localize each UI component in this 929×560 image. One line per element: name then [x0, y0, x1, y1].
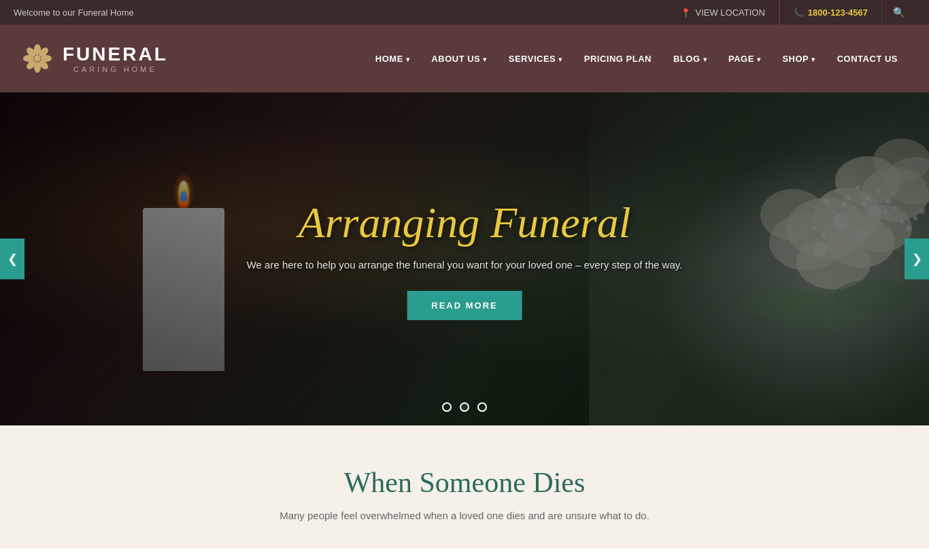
- logo-title: FUNERAL: [63, 43, 168, 65]
- top-bar: Welcome to our Funeral Home VIEW LOCATIO…: [0, 0, 929, 24]
- location-label: VIEW LOCATION: [695, 7, 764, 18]
- view-location-button[interactable]: VIEW LOCATION: [667, 0, 779, 24]
- hero-content: Arranging Funeral We are here to help yo…: [247, 198, 683, 320]
- hero-slider: Arranging Funeral We are here to help yo…: [0, 92, 929, 425]
- chevron-icon: [558, 54, 562, 64]
- slider-dot-1[interactable]: [442, 402, 452, 412]
- logo-text: FUNERAL CARING HOME: [63, 43, 168, 73]
- slider-dots: [442, 402, 487, 412]
- slider-dot-3[interactable]: [477, 402, 487, 412]
- svg-point-0: [34, 55, 41, 62]
- nav-services[interactable]: SERVICES: [498, 47, 573, 71]
- pin-icon: [681, 7, 691, 18]
- nav-blog[interactable]: BLOG: [662, 47, 717, 71]
- chevron-icon: [483, 54, 487, 64]
- logo-icon: [20, 41, 54, 75]
- hero-read-more-button[interactable]: READ MORE: [407, 291, 522, 320]
- chevron-icon: [811, 54, 815, 64]
- header: FUNERAL CARING HOME HOME ABOUT US SERVIC…: [0, 24, 929, 92]
- phone-number: 1800-123-4567: [808, 7, 868, 18]
- slider-dot-2[interactable]: [460, 402, 469, 412]
- when-someone-dies-section: When Someone Dies Many people feel overw…: [0, 425, 929, 548]
- chevron-left-icon: ❮: [7, 251, 18, 266]
- welcome-text: Welcome to our Funeral Home: [14, 7, 134, 18]
- section-title: When Someone Dies: [14, 466, 915, 499]
- phone-button[interactable]: 1800-123-4567: [779, 0, 882, 24]
- nav-contact-us[interactable]: CONTACT US: [826, 47, 909, 71]
- section-description: Many people feel overwhelmed when a love…: [260, 510, 669, 521]
- nav-about-us[interactable]: ABOUT US: [420, 47, 497, 71]
- hero-subtitle: We are here to help you arrange the fune…: [247, 259, 683, 270]
- chevron-icon: [406, 54, 410, 64]
- search-button[interactable]: [882, 0, 915, 24]
- main-nav: HOME ABOUT US SERVICES PRICING PLAN BLOG…: [365, 47, 909, 71]
- top-bar-right: VIEW LOCATION 1800-123-4567: [667, 0, 915, 24]
- logo-subtitle: CARING HOME: [63, 65, 168, 73]
- slider-arrow-right[interactable]: ❯: [905, 239, 929, 279]
- nav-pricing-plan[interactable]: PRICING PLAN: [573, 47, 662, 71]
- nav-shop[interactable]: SHOP: [771, 47, 826, 71]
- search-icon: [893, 7, 905, 18]
- chevron-icon: [703, 54, 707, 64]
- chevron-right-icon: ❯: [912, 251, 922, 266]
- nav-page[interactable]: PAGE: [717, 47, 771, 71]
- hero-title: Arranging Funeral: [247, 198, 683, 248]
- nav-home[interactable]: HOME: [365, 47, 421, 71]
- phone-icon: [794, 7, 804, 18]
- slider-arrow-left[interactable]: ❮: [0, 239, 24, 279]
- logo[interactable]: FUNERAL CARING HOME: [20, 41, 168, 75]
- chevron-icon: [757, 54, 761, 64]
